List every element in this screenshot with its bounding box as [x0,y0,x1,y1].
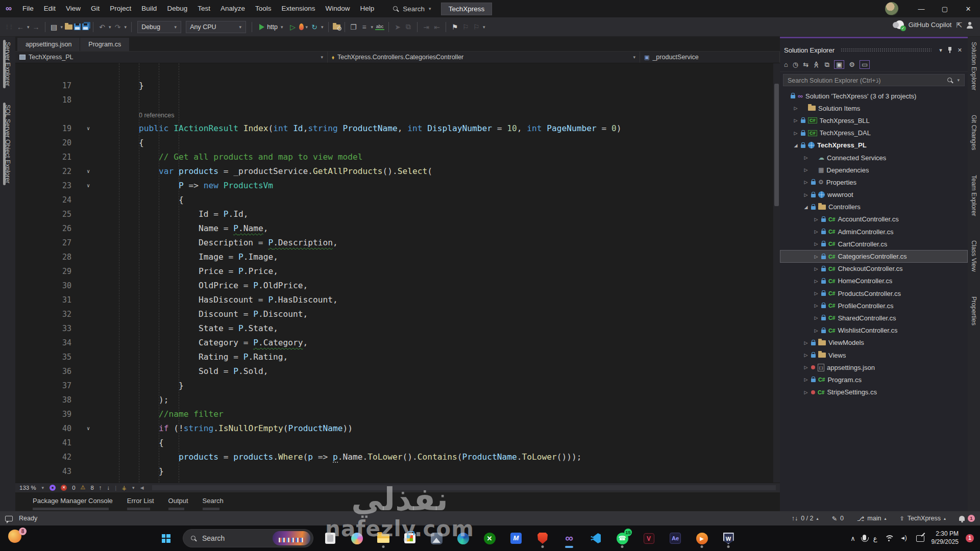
copy-path-icon[interactable]: ⧉ [825,61,829,69]
side-tab-sql-server-object-explorer[interactable]: SQL Server Object Explorer [4,99,11,188]
nav-back-icon[interactable]: ← [16,23,25,31]
tree-item-homecontroller-cs[interactable]: ▷C#HomeController.cs [780,275,968,287]
properties-wrench-icon[interactable]: ⚙ [849,61,855,68]
menu-help[interactable]: Help [355,0,380,17]
zoom-level[interactable]: 133 % [19,485,36,491]
tree-item-techxpress_pl[interactable]: ◢TechXpress_PL [780,139,968,152]
tree-item-profilecontroller-cs[interactable]: ▷C#ProfileController.cs [780,299,968,312]
menu-debug[interactable]: Debug [162,0,192,17]
tray-chevron-icon[interactable]: ∧ [850,535,855,542]
start-without-debug-icon[interactable]: ▷ [288,23,298,31]
person-icon[interactable] [967,26,973,29]
code-editor[interactable]: 17 }180 references19∨ public IActionResu… [15,63,780,483]
bottom-tab-search[interactable]: Search [203,497,224,507]
tree-item-properties[interactable]: ▷⚙Properties [780,176,968,188]
side-tab-team-explorer[interactable]: Team Explorer [970,170,977,221]
code-line[interactable]: 17 } [15,79,780,93]
scroll-left-icon[interactable]: ◀ [140,485,144,490]
chevron-down-icon[interactable]: ▾ [27,24,30,30]
breadcrumb-item[interactable]: ▣_productService [640,52,780,63]
taskbar-visual-studio-icon[interactable]: ∞ [559,528,579,548]
code-line[interactable]: 28 Image = P.Image, [15,250,780,264]
tree-item-connected-services[interactable]: ▷☁Connected Services [780,152,968,164]
tree-item-program-cs[interactable]: ▷C#Program.cs [780,373,968,386]
menu-project[interactable]: Project [105,0,136,17]
window-position-icon[interactable]: ▾ [938,47,944,54]
hot-reload-icon[interactable] [299,23,304,30]
chevron-down-icon[interactable]: ▾ [132,485,135,490]
copy-doc-icon[interactable]: ⧉ [404,22,413,31]
fold-chevron-icon[interactable]: ∨ [87,179,99,193]
language-indicator[interactable]: ع [873,535,877,542]
code-line[interactable]: 21 // Get all products and map to view m… [15,150,780,164]
tab-Program-cs[interactable]: Program.cs [80,38,129,51]
restart-icon[interactable]: ↻ [310,23,319,31]
solution-configuration-select[interactable]: Debug▾ [137,21,181,33]
codelens-references[interactable]: 0 references [15,107,780,121]
chevron-down-icon[interactable]: ▾ [321,24,324,30]
code-cleanup-icon[interactable]: ⚶ [121,484,127,491]
taskbar-start-button[interactable] [156,528,176,548]
taskbar-photos-icon[interactable] [427,528,446,548]
tree-item-views[interactable]: ▷Views [780,349,968,361]
preview-selected-icon[interactable]: ▭ [860,60,870,69]
git-repository[interactable]: ⇪ TechXpress ▴ [899,515,946,522]
toolbar-grip[interactable]: ⋮⋮ [5,24,13,30]
tree-item-wwwroot[interactable]: ▷wwwroot [780,189,968,201]
start-debug-button[interactable]: http▾ [256,23,286,31]
solution-windows-icon[interactable]: ❐ [349,23,358,31]
code-line[interactable]: 22∨ var products = _productService.GetAl… [15,164,780,179]
taskbar-blue-m-app-icon[interactable]: M [506,528,526,548]
taskbar-edge-icon[interactable] [453,528,473,548]
minimize-button[interactable]: — [910,0,933,17]
code-line[interactable]: 40∨ if (!string.IsNullOrEmpty(ProductNam… [15,421,780,436]
spellcheck-icon[interactable]: abc [375,24,384,30]
menu-build[interactable]: Build [136,0,162,17]
taskbar-recall-icon[interactable] [321,528,340,548]
chevron-down-icon[interactable]: ▾ [42,485,44,490]
tree-item-wishlistcontroller-cs[interactable]: ▷C#WishlistController.cs [780,324,968,337]
menu-tools[interactable]: Tools [250,0,277,17]
code-line[interactable]: 36 Sold = P.Sold, [15,364,780,379]
share-icon[interactable]: ⇱ [956,21,962,29]
code-line[interactable]: 29 Price = P.Price, [15,264,780,279]
sync-icon[interactable]: ⇆ [803,61,808,68]
code-line[interactable]: 33 State = P.State, [15,321,780,336]
code-line[interactable]: 38 ); [15,393,780,407]
tree-item-viewmodels[interactable]: ▷ViewModels [780,337,968,349]
chevron-down-icon[interactable]: ▾ [125,24,127,30]
bottom-tab-output[interactable]: Output [168,497,188,507]
code-line[interactable]: 30 OldPrice = P.OldPrice, [15,279,780,293]
code-line[interactable]: 41 { [15,436,780,450]
menu-view[interactable]: View [61,0,86,17]
code-line[interactable]: 24 { [15,193,780,207]
taskbar-powerdvd-icon[interactable]: ▶ [692,528,712,548]
wifi-icon[interactable] [885,535,894,542]
taskbar-brave-icon[interactable] [533,528,552,548]
git-sync-status[interactable]: ↑↓ 0 / 2 ▴ [792,515,819,522]
solution-platform-select[interactable]: Any CPU▾ [186,21,246,33]
vertical-scrollbar[interactable] [773,63,780,483]
tab-appsettings-json[interactable]: appsettings.json [17,38,80,51]
save-icon[interactable] [74,23,81,30]
tree-item-techxpress_dal[interactable]: ▷C#TechXpress_DAL [780,127,968,139]
collapse-all-icon[interactable]: ≪ [813,61,820,68]
tree-item-admincontroller-cs[interactable]: ▷C#AdminController.cs [780,226,968,238]
pending-changes-icon[interactable]: ◷ [793,61,798,68]
switch-views-icon[interactable]: ⌂ [784,61,788,68]
side-tab-git-changes[interactable]: Git Changes [970,110,977,155]
microphone-icon[interactable] [863,535,866,540]
user-avatar[interactable] [885,2,898,15]
maximize-button[interactable]: ▢ [933,0,957,17]
menu-analyze[interactable]: Analyze [215,0,250,17]
menu-file[interactable]: File [17,0,39,17]
taskbar-vscode-icon[interactable] [586,528,605,548]
horizontal-scrollbar[interactable] [152,485,776,490]
tree-item-accountcontroller-cs[interactable]: ▷C#AccountController.cs [780,213,968,226]
pin-icon[interactable] [948,47,952,53]
error-count[interactable]: 0 [72,485,75,491]
bottom-tab-error-list[interactable]: Error List [127,497,154,507]
tree-item-productscontroller-cs[interactable]: ▷C#ProductsController.cs [780,287,968,299]
line-options-icon[interactable]: ≡ [360,23,369,31]
breadcrumb-item[interactable]: TechXpress_PL▾ [15,52,328,63]
